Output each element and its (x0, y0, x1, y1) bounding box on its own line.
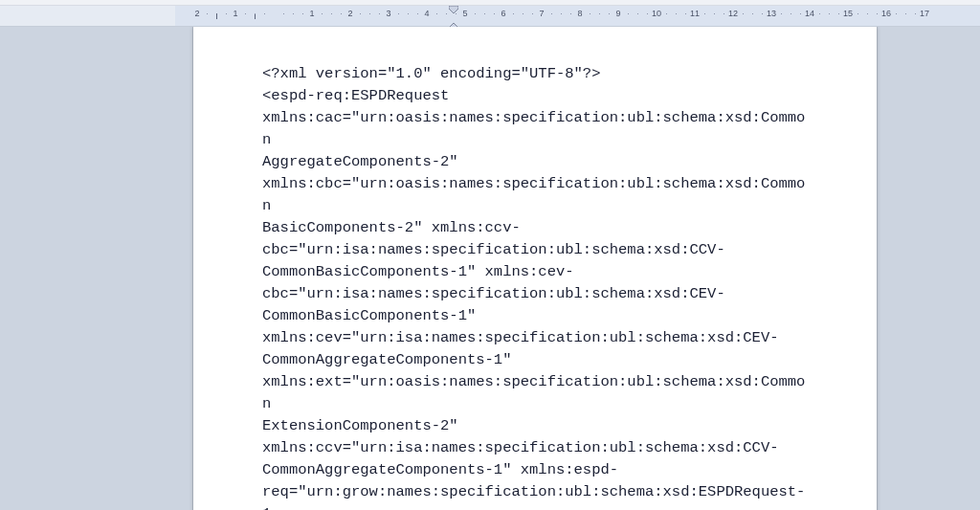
horizontal-ruler[interactable]: 211234567891011121314151617 (175, 6, 980, 26)
ruler-label-8: 8 (577, 9, 582, 18)
ruler-label-15: 15 (843, 9, 853, 18)
svg-marker-0 (449, 6, 458, 13)
ruler-label-5: 5 (462, 9, 467, 18)
ruler-label-6: 6 (501, 9, 505, 18)
ruler-label-neg-2: 2 (194, 9, 199, 18)
ruler-label-9: 9 (615, 9, 620, 18)
ruler-label-3: 3 (386, 9, 390, 18)
ruler-label-2: 2 (347, 9, 352, 18)
first-line-indent-marker[interactable] (449, 6, 458, 15)
ruler-label-4: 4 (424, 9, 429, 18)
ruler-label-13: 13 (767, 9, 776, 18)
ruler-label-7: 7 (539, 9, 544, 18)
ruler-left-spacer (0, 6, 175, 26)
ruler-label-neg-1: 1 (233, 9, 237, 18)
ruler-area: 211234567891011121314151617 (0, 6, 980, 27)
ruler-label-1: 1 (309, 9, 314, 18)
ruler-label-16: 16 (881, 9, 891, 18)
ruler-label-12: 12 (728, 9, 738, 18)
document-body[interactable]: <?xml version="1.0" encoding="UTF-8"?> <… (193, 27, 877, 510)
ruler-label-14: 14 (805, 9, 814, 18)
word-processor-window: 211234567891011121314151617 <?xml versio… (0, 0, 980, 510)
document-workspace: <?xml version="1.0" encoding="UTF-8"?> <… (0, 27, 980, 510)
ruler-label-11: 11 (690, 9, 700, 18)
ruler-label-17: 17 (920, 9, 929, 18)
ruler-label-10: 10 (652, 9, 661, 18)
document-page[interactable]: <?xml version="1.0" encoding="UTF-8"?> <… (193, 27, 877, 510)
